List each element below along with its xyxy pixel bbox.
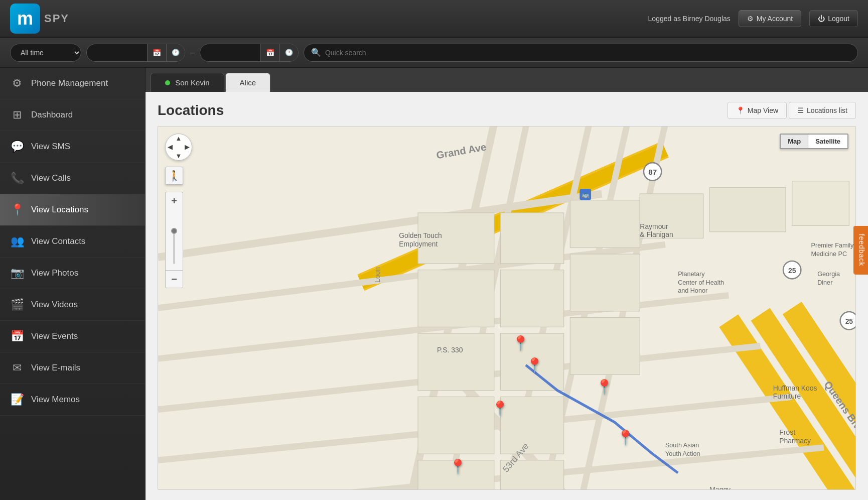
satellite-view-type-button[interactable]: Satellite xyxy=(808,135,847,148)
date-to-calendar-button[interactable]: 📅 xyxy=(260,44,279,61)
map-pegman-button[interactable]: 🚶 xyxy=(165,167,183,185)
nav-right-button[interactable]: ▶ xyxy=(183,143,192,151)
tab-son-kevin[interactable]: Son Kevin xyxy=(151,73,224,92)
zoom-in-button[interactable]: + xyxy=(165,192,183,210)
sidebar-item-view-events[interactable]: 📅 View Events xyxy=(0,321,145,352)
quick-search-input[interactable] xyxy=(325,49,850,57)
sidebar: ⚙ Phone Management ⊞ Dashboard 💬 View SM… xyxy=(0,68,146,500)
sidebar-item-phone-management[interactable]: ⚙ Phone Management xyxy=(0,68,145,99)
sidebar-item-view-sms[interactable]: 💬 View SMS xyxy=(0,131,145,163)
sidebar-item-dashboard[interactable]: ⊞ Dashboard xyxy=(0,99,145,131)
sidebar-item-view-videos[interactable]: 🎬 View Videos xyxy=(0,289,145,321)
svg-text:87: 87 xyxy=(648,168,657,176)
power-icon: ⏻ xyxy=(818,15,825,23)
map-container[interactable]: Grand Ave 53rd Ave Queens Blvd Queens Bl… xyxy=(158,126,856,490)
logged-as-text: Logged as Birney Douglas xyxy=(648,15,731,23)
videos-icon: 🎬 xyxy=(10,298,24,311)
logo-icon: m xyxy=(10,4,40,34)
date-to-input[interactable] xyxy=(200,46,260,59)
logo: m SPY xyxy=(10,4,69,34)
sidebar-item-view-photos[interactable]: 📷 View Photos xyxy=(0,258,145,289)
location-pin-blue[interactable]: 📍 xyxy=(512,335,529,351)
settings-icon: ⚙ xyxy=(10,77,24,90)
tab-alice[interactable]: Alice xyxy=(225,73,271,92)
nav-left-button[interactable]: ◀ xyxy=(166,143,174,151)
location-pin-2[interactable]: 📍 xyxy=(596,379,613,395)
nav-up-button[interactable]: ▲ xyxy=(174,134,183,143)
svg-text:🚌: 🚌 xyxy=(582,191,590,199)
view-controls: 📍 Map View ☰ Locations list xyxy=(728,102,856,119)
svg-rect-22 xyxy=(500,270,563,327)
svg-text:Loon: Loon xyxy=(373,267,381,283)
nav-down-button[interactable]: ▼ xyxy=(174,152,183,160)
svg-rect-26 xyxy=(570,317,640,374)
logout-button[interactable]: ⏻ Logout xyxy=(809,10,858,27)
svg-text:Planetary: Planetary xyxy=(678,271,705,278)
svg-rect-32 xyxy=(709,187,786,231)
svg-text:Huffman Koos: Huffman Koos xyxy=(773,384,817,392)
sidebar-item-view-contacts[interactable]: 👥 View Contacts xyxy=(0,226,145,258)
sidebar-item-view-emails[interactable]: ✉ View E-mails xyxy=(0,352,145,384)
date-from-input[interactable] xyxy=(87,46,147,59)
map-navigation: ▲ ◀ ▶ ▼ xyxy=(165,134,192,161)
svg-text:Youth Action: Youth Action xyxy=(665,450,700,457)
svg-rect-28 xyxy=(500,397,563,454)
svg-text:25: 25 xyxy=(788,267,796,275)
sidebar-item-view-locations[interactable]: 📍 View Locations xyxy=(0,194,145,226)
photos-icon: 📷 xyxy=(10,267,24,280)
events-icon: 📅 xyxy=(10,330,24,343)
svg-text:P.S. 330: P.S. 330 xyxy=(437,346,463,354)
svg-text:& Flanigan: & Flanigan xyxy=(640,230,673,238)
nav-up-right xyxy=(183,134,192,143)
gear-icon: ⚙ xyxy=(747,15,754,23)
toolbar: All time Today Yesterday Last 7 days Las… xyxy=(0,38,868,68)
svg-text:Furniture: Furniture xyxy=(773,392,801,400)
location-pin-1[interactable]: 📍 xyxy=(526,357,543,373)
locations-list-button[interactable]: ☰ Locations list xyxy=(789,102,856,119)
time-filter-select[interactable]: All time Today Yesterday Last 7 days Las… xyxy=(10,44,81,62)
contacts-icon: 👥 xyxy=(10,235,24,248)
svg-text:25: 25 xyxy=(845,317,853,325)
sms-icon: 💬 xyxy=(10,140,24,153)
svg-text:Medicine PC: Medicine PC xyxy=(811,251,847,258)
nav-center xyxy=(174,143,183,151)
svg-text:Employment: Employment xyxy=(399,240,438,248)
nav-down-left xyxy=(166,152,174,160)
svg-text:Center of Health: Center of Health xyxy=(678,279,724,286)
svg-rect-21 xyxy=(418,270,494,327)
location-pin-5[interactable]: 📍 xyxy=(449,458,467,475)
list-icon: ☰ xyxy=(797,106,804,114)
date-to-time-button[interactable]: 🕐 xyxy=(279,44,298,61)
svg-text:Frost: Frost xyxy=(779,428,795,436)
map-view-button[interactable]: 📍 Map View xyxy=(728,102,787,119)
page-header: Locations 📍 Map View ☰ Locations list xyxy=(158,102,856,119)
svg-rect-23 xyxy=(570,254,640,311)
calls-icon: 📞 xyxy=(10,172,24,185)
date-from-time-button[interactable]: 🕐 xyxy=(166,44,185,61)
svg-text:South Asian: South Asian xyxy=(665,442,699,449)
emails-icon: ✉ xyxy=(10,361,24,374)
my-account-button[interactable]: ⚙ My Account xyxy=(739,10,801,27)
zoom-controls: + − xyxy=(165,192,183,288)
feedback-tab[interactable]: feedback xyxy=(854,226,868,275)
tabs-bar: Son Kevin Alice xyxy=(146,68,868,92)
header-right: Logged as Birney Douglas ⚙ My Account ⏻ … xyxy=(648,10,858,27)
content-area: Son Kevin Alice Locations 📍 Map View ☰ L… xyxy=(146,68,868,500)
dashboard-icon: ⊞ xyxy=(10,108,24,121)
map-view-type-button[interactable]: Map xyxy=(781,135,808,148)
location-pin-4[interactable]: 📍 xyxy=(617,429,634,446)
date-from-calendar-button[interactable]: 📅 xyxy=(147,44,166,61)
svg-text:Premier Family: Premier Family xyxy=(811,242,854,249)
svg-text:Diner: Diner xyxy=(817,279,832,286)
search-icon: 🔍 xyxy=(311,48,321,57)
sidebar-item-view-calls[interactable]: 📞 View Calls xyxy=(0,163,145,194)
location-pin-3[interactable]: 📍 xyxy=(491,400,509,417)
header: m SPY Logged as Birney Douglas ⚙ My Acco… xyxy=(0,0,868,38)
nav-down-right xyxy=(183,152,192,160)
date-from-group: 📅 🕐 xyxy=(86,44,185,62)
zoom-out-button[interactable]: − xyxy=(165,270,183,288)
map-type-controls: Map Satellite xyxy=(780,134,848,149)
svg-text:Maggy: Maggy xyxy=(709,485,731,489)
sidebar-item-view-memos[interactable]: 📝 View Memos xyxy=(0,384,145,416)
online-indicator xyxy=(165,80,170,85)
